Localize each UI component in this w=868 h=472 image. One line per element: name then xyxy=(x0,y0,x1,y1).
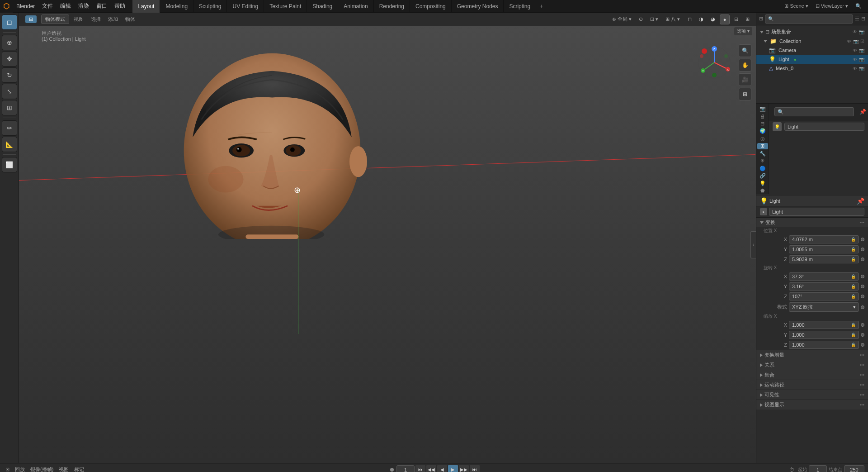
rot-z-value[interactable]: 107° 🔒 xyxy=(789,292,859,300)
tab-modeling[interactable]: Modeling xyxy=(160,0,193,13)
end-frame-input[interactable] xyxy=(844,465,864,472)
tool-select[interactable]: ◻ xyxy=(2,14,17,30)
light-name-field[interactable]: Light xyxy=(769,208,864,216)
delta-section-dots[interactable]: ••• xyxy=(859,353,864,358)
tool-measure[interactable]: 📐 xyxy=(2,137,17,152)
scale-z-value[interactable]: 1.000 🔒 xyxy=(789,341,859,349)
viewport-proportional[interactable]: ⊙ xyxy=(636,15,646,23)
pan-icon-btn[interactable]: ✋ xyxy=(739,59,751,72)
n-panel-toggle[interactable]: ‹ xyxy=(750,231,756,258)
scale-y-lock-icon[interactable]: 🔒 xyxy=(851,333,856,337)
shading-solid[interactable]: ◑ xyxy=(696,14,706,24)
jump-end-btn[interactable]: ⏭ xyxy=(470,465,480,472)
viewlayer-selector[interactable]: ⊟ ViewLayer ▾ xyxy=(813,2,851,10)
shading-rendered[interactable]: ● xyxy=(720,14,730,24)
tl-playback[interactable]: 回放 xyxy=(13,465,27,472)
outliner-collection[interactable]: 📁 Collection 👁 📷 ☑ xyxy=(756,37,868,46)
tab-animation[interactable]: Animation xyxy=(338,0,373,13)
scene-selector[interactable]: ⊞ Scene ▾ xyxy=(782,2,811,10)
scale-x-value[interactable]: 1.000 🔒 xyxy=(789,321,859,329)
transform-section-dots[interactable]: ••• xyxy=(859,220,864,225)
viewport-snap[interactable]: ⊡ ▾ xyxy=(647,15,661,23)
start-frame-input[interactable] xyxy=(809,465,827,472)
pos-y-value[interactable]: 1.0055 m 🔒 xyxy=(789,245,859,253)
tab-geometry-nodes[interactable]: Geometry Nodes xyxy=(452,0,504,13)
relations-header[interactable]: 关系 ••• xyxy=(756,360,868,370)
motion-path-section-dots[interactable]: ••• xyxy=(859,382,864,387)
outliner-filter-btn[interactable]: ☰ xyxy=(855,16,859,22)
collection-check-icon[interactable]: ☑ xyxy=(860,39,864,44)
transform-section-header[interactable]: 变换 ••• xyxy=(756,217,868,227)
tool-cursor[interactable]: ⊕ xyxy=(2,35,17,50)
search-btn[interactable]: 🔍 xyxy=(853,2,864,10)
rot-x-keyframe-dot[interactable] xyxy=(861,275,864,278)
rot-x-lock-icon[interactable]: 🔒 xyxy=(851,274,856,279)
menu-help[interactable]: 帮助 xyxy=(111,1,129,11)
pos-x-keyframe-dot[interactable] xyxy=(861,238,864,241)
viewport-display-header[interactable]: 视图显示 ••• xyxy=(756,400,868,410)
editor-type-btn[interactable]: ⊞ xyxy=(25,15,37,23)
outliner-camera[interactable]: 📷 Camera 👁 📷 xyxy=(756,46,868,55)
rot-y-value[interactable]: 3.16° 🔒 xyxy=(789,282,859,291)
step-back-btn[interactable]: ◀ xyxy=(437,465,447,472)
camera-view-icon-btn[interactable]: 🎥 xyxy=(739,73,751,86)
collection-visible-icon[interactable]: 👁 xyxy=(847,39,851,44)
step-forward-btn[interactable]: ▶▶ xyxy=(459,465,469,472)
tool-move[interactable]: ✥ xyxy=(2,51,17,67)
props-tab-object[interactable]: ⊞ xyxy=(757,143,768,150)
props-tab-view-layer[interactable]: ⊟ xyxy=(757,120,768,127)
pos-z-lock-icon[interactable]: 🔒 xyxy=(851,257,856,262)
viewport-area[interactable]: ⊞ 物体模式 视图 选择 添加 物体 ⊕ 全局 ▾ ⊙ ⊡ ▾ ⊞ 八 ▾ ◻ … xyxy=(19,13,756,463)
tab-shading[interactable]: Shading xyxy=(307,0,338,13)
scene-collapse-icon[interactable] xyxy=(760,31,764,33)
tab-layout[interactable]: Layout xyxy=(132,0,160,13)
blender-logo[interactable]: ⬡ xyxy=(0,0,13,13)
collection-cam-icon[interactable]: 📷 xyxy=(853,39,859,44)
zoom-icon-btn[interactable]: 🔍 xyxy=(739,44,751,57)
tab-add[interactable]: + xyxy=(536,1,547,11)
light-restrict-render[interactable]: 📷 xyxy=(859,57,864,62)
props-pin-btn[interactable]: 📌 xyxy=(859,109,866,115)
viewport-overlay-btn[interactable]: ⊟ xyxy=(731,15,741,23)
visibility-header[interactable]: 可见性 ••• xyxy=(756,390,868,400)
light-visible-icon[interactable]: 👁 xyxy=(853,57,857,62)
scene-visible-icon[interactable]: 👁 xyxy=(853,29,857,34)
tool-transform[interactable]: ⊞ xyxy=(2,100,17,115)
viewport-gizmo-btn[interactable]: ⊞ xyxy=(743,15,752,23)
scale-z-keyframe-dot[interactable] xyxy=(861,343,864,347)
viewport-mode-select[interactable]: ⊞ xyxy=(23,14,39,24)
tab-compositing[interactable]: Compositing xyxy=(410,0,452,13)
play-backward-btn[interactable]: ◀◀ xyxy=(426,465,436,472)
tool-scale[interactable]: ⤡ xyxy=(2,84,17,99)
tl-editor-icon[interactable]: ⊡ xyxy=(4,466,11,472)
tool-rotate[interactable]: ↻ xyxy=(2,67,17,83)
outliner-mesh[interactable]: △ Mesh_0 👁 📷 xyxy=(756,64,868,73)
motion-path-header[interactable]: 运动路径 ••• xyxy=(756,380,868,390)
scale-x-lock-icon[interactable]: 🔒 xyxy=(851,323,856,327)
viewport-global-local[interactable]: ⊕ 全局 ▾ xyxy=(609,15,634,24)
tool-add-cube[interactable]: ⬜ xyxy=(2,157,17,172)
props-tab-material[interactable]: ⬟ xyxy=(757,188,768,195)
current-frame-input[interactable] xyxy=(396,465,415,472)
pos-x-lock-icon[interactable]: 🔒 xyxy=(851,237,856,242)
collections-header[interactable]: 集合 ••• xyxy=(756,370,868,380)
viewport-canvas[interactable]: ⊕ 用户透视 (1) Collection | Light 选项 ▾ Z xyxy=(19,26,756,463)
props-tab-constraints[interactable]: 🔗 xyxy=(757,173,768,180)
mode-value[interactable]: XYZ 欧拉 ▾ xyxy=(789,302,859,312)
props-tab-world[interactable]: ◎ xyxy=(757,135,768,142)
panel-pin-icon[interactable]: 📌 xyxy=(857,197,864,205)
menu-file[interactable]: 文件 xyxy=(38,1,57,11)
scene-restrict-icon[interactable]: 📷 xyxy=(859,29,864,34)
jump-start-btn[interactable]: ⏮ xyxy=(415,465,425,472)
viewport-transform[interactable]: ⊞ 八 ▾ xyxy=(663,15,683,24)
tab-scripting[interactable]: Scripting xyxy=(504,0,536,13)
props-tab-data[interactable]: 💡 xyxy=(757,180,768,187)
tab-rendering[interactable]: Rendering xyxy=(374,0,410,13)
play-pause-btn[interactable]: ▶ xyxy=(448,465,458,472)
props-object-name-input[interactable] xyxy=(784,123,864,131)
tab-texture-paint[interactable]: Texture Paint xyxy=(264,0,307,13)
viewport-object-menu[interactable]: 物体 xyxy=(123,15,138,24)
rot-x-value[interactable]: 37.3° 🔒 xyxy=(789,272,859,281)
relations-section-dots[interactable]: ••• xyxy=(859,362,864,367)
menu-render[interactable]: 渲染 xyxy=(75,1,93,11)
